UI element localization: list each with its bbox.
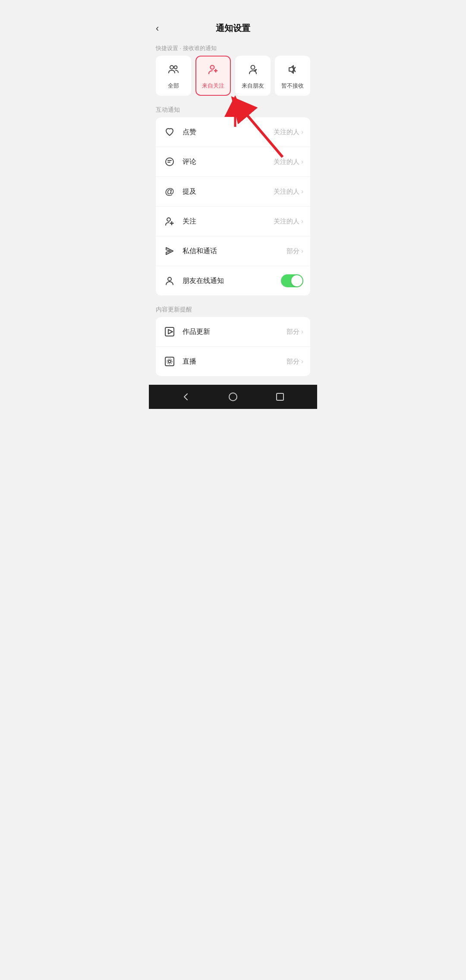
quick-btn-mute-label: 暂不接收	[281, 82, 304, 90]
svg-point-14	[167, 359, 172, 364]
interaction-section-label: 互动通知	[149, 103, 317, 117]
follow-icon	[163, 214, 176, 228]
page-title: 通知设置	[216, 22, 250, 34]
like-label: 点赞	[183, 128, 274, 137]
follow-value: 关注的人	[274, 217, 299, 226]
interaction-card: 点赞 关注的人 › 评论 关注的人 › @ 提及 关注的人 ›	[156, 117, 310, 295]
mute-icon	[287, 63, 299, 79]
online-item[interactable]: 朋友在线通知	[156, 266, 310, 295]
follow-item[interactable]: 关注 关注的人 ›	[156, 207, 310, 236]
content-card: 作品更新 部分 › 直播 部分 ›	[156, 317, 310, 376]
svg-point-8	[167, 218, 170, 221]
message-arrow: ›	[301, 247, 303, 255]
message-value: 部分	[287, 247, 299, 255]
like-item[interactable]: 点赞 关注的人 ›	[156, 117, 310, 147]
comment-icon	[163, 155, 176, 169]
comment-value: 关注的人	[274, 158, 299, 166]
comment-arrow: ›	[301, 158, 303, 166]
follow-arrow: ›	[301, 217, 303, 225]
like-value: 关注的人	[274, 128, 299, 136]
svg-point-3	[251, 66, 255, 69]
svg-point-0	[170, 66, 173, 69]
like-arrow: ›	[301, 128, 303, 136]
content-section-label: 内容更新提醒	[149, 302, 317, 317]
works-value: 部分	[287, 328, 299, 336]
svg-point-9	[168, 277, 171, 281]
works-label: 作品更新	[183, 327, 287, 336]
back-button[interactable]: ‹	[156, 23, 159, 34]
message-item[interactable]: 私信和通话 部分 ›	[156, 236, 310, 266]
svg-point-15	[229, 393, 237, 401]
quick-settings-group: 全部 来自关注 来自朋友	[149, 56, 317, 103]
mention-value: 关注的人	[274, 188, 299, 196]
all-icon	[167, 63, 179, 79]
header: ‹ 通知设置	[149, 19, 317, 39]
friends-icon	[247, 63, 259, 79]
message-icon	[163, 244, 176, 258]
comment-label: 评论	[183, 157, 274, 166]
live-icon	[163, 355, 176, 368]
svg-point-1	[174, 66, 177, 69]
svg-rect-16	[277, 393, 283, 400]
live-item[interactable]: 直播 部分 ›	[156, 347, 310, 376]
follow-label: 关注	[183, 217, 274, 226]
quick-btn-followed-label: 来自关注	[202, 82, 224, 90]
mention-arrow: ›	[301, 188, 303, 195]
works-item[interactable]: 作品更新 部分 ›	[156, 317, 310, 347]
mention-label: 提及	[183, 187, 274, 196]
mention-icon: @	[163, 185, 176, 198]
quick-btn-friends[interactable]: 来自朋友	[235, 56, 271, 96]
nav-home-button[interactable]	[225, 389, 241, 405]
svg-rect-12	[165, 357, 174, 366]
nav-recents-button[interactable]	[272, 389, 288, 405]
live-value: 部分	[287, 358, 299, 366]
online-label: 朋友在线通知	[183, 276, 281, 286]
followed-icon	[207, 63, 219, 79]
live-label: 直播	[183, 357, 287, 366]
quick-btn-mute[interactable]: 暂不接收	[275, 56, 310, 96]
works-icon	[163, 325, 176, 339]
quick-btn-all[interactable]: 全部	[156, 56, 191, 96]
svg-point-13	[168, 360, 171, 363]
quick-btn-followed[interactable]: 来自关注	[195, 56, 231, 96]
like-icon	[163, 125, 176, 139]
quick-btn-all-label: 全部	[168, 82, 179, 90]
online-icon	[163, 274, 176, 288]
mention-item[interactable]: @ 提及 关注的人 ›	[156, 177, 310, 207]
comment-item[interactable]: 评论 关注的人 ›	[156, 147, 310, 177]
nav-back-button[interactable]	[178, 389, 194, 405]
quick-btn-friends-label: 来自朋友	[242, 82, 264, 90]
live-arrow: ›	[301, 358, 303, 365]
quick-settings-label: 快捷设置 · 接收谁的通知	[149, 39, 317, 56]
svg-point-2	[211, 66, 214, 69]
status-bar	[149, 0, 317, 19]
online-toggle[interactable]	[281, 274, 303, 287]
svg-marker-11	[168, 330, 173, 334]
nav-bar	[149, 385, 317, 409]
message-label: 私信和通话	[183, 247, 287, 256]
works-arrow: ›	[301, 328, 303, 336]
